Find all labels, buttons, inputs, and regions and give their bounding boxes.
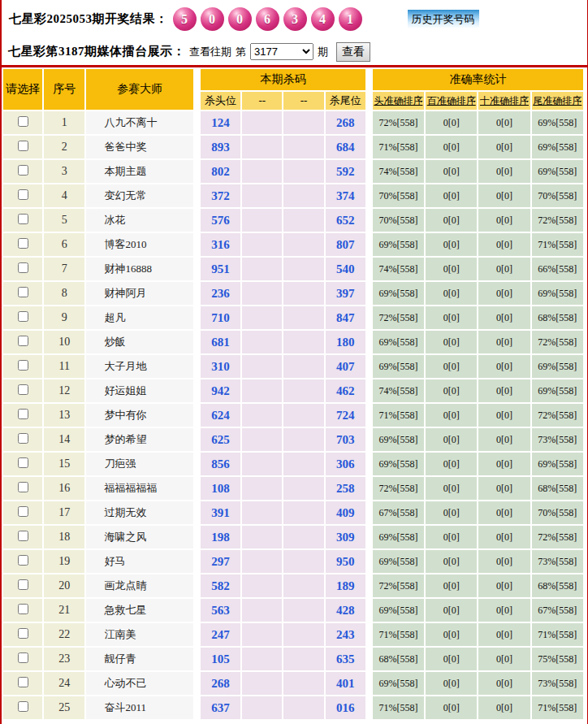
spacer-cell xyxy=(195,209,199,232)
period-select[interactable]: 3177 xyxy=(250,43,313,60)
kill-tail-value: 807 xyxy=(326,233,365,256)
view-button[interactable]: 查看 xyxy=(336,42,370,62)
row-checkbox[interactable] xyxy=(18,165,28,176)
kill-mid1-cell xyxy=(242,648,282,670)
row-checkbox[interactable] xyxy=(18,409,28,419)
kill-head-value: 124 xyxy=(201,111,240,134)
table-row: 8 财神阿月 236 397 69%[558] 0[0] 0[0] 69%[55… xyxy=(3,282,583,305)
row-checkbox[interactable] xyxy=(18,238,28,249)
kill-head-value: 310 xyxy=(201,355,240,378)
row-checkbox[interactable] xyxy=(18,336,28,346)
spacer-cell xyxy=(367,477,371,500)
spacer-cell xyxy=(195,574,199,597)
select-cell xyxy=(3,672,42,695)
hundred-accuracy-value: 0[0] xyxy=(426,184,477,207)
row-checkbox[interactable] xyxy=(18,579,28,590)
spacer-cell xyxy=(195,258,199,280)
sort-head-accuracy-link[interactable]: 头准确排序 xyxy=(374,95,422,106)
row-checkbox[interactable] xyxy=(18,506,28,517)
row-checkbox[interactable] xyxy=(18,214,28,224)
hundred-accuracy-value: 0[0] xyxy=(426,160,477,183)
row-index: 7 xyxy=(44,258,84,280)
tail-accuracy-value: 67%[558] xyxy=(532,599,583,622)
tail-accuracy-value: 72%[558] xyxy=(532,209,583,232)
lottery-balls: 5 0 0 6 3 4 1 xyxy=(173,7,362,31)
row-checkbox[interactable] xyxy=(18,116,28,127)
row-checkbox[interactable] xyxy=(18,360,28,371)
row-checkbox[interactable] xyxy=(18,141,28,151)
select-cell xyxy=(3,477,42,500)
master-name: 靓仔青 xyxy=(86,648,193,670)
spacer-cell xyxy=(367,428,371,451)
row-checkbox[interactable] xyxy=(18,628,28,639)
lottery-ball: 4 xyxy=(311,7,335,31)
row-checkbox[interactable] xyxy=(18,482,28,492)
row-checkbox[interactable] xyxy=(18,652,28,663)
tail-accuracy-value: 66%[558] xyxy=(532,258,583,280)
kill-mid1-cell xyxy=(242,306,282,329)
kill-mid2-cell xyxy=(283,428,323,451)
header-select: 请选择 xyxy=(3,69,42,110)
ten-accuracy-value: 0[0] xyxy=(478,184,530,207)
kill-mid2-cell xyxy=(283,233,323,256)
row-checkbox[interactable] xyxy=(18,701,28,712)
sort-tail-accuracy-link[interactable]: 尾准确排序 xyxy=(533,95,582,106)
row-checkbox[interactable] xyxy=(18,457,28,468)
tail-accuracy-value: 71%[558] xyxy=(532,623,583,646)
head-accuracy-value: 70%[558] xyxy=(373,184,424,207)
head-accuracy-value: 69%[558] xyxy=(373,355,424,378)
row-checkbox[interactable] xyxy=(18,433,28,444)
row-index: 19 xyxy=(44,550,84,573)
kill-head-value: 316 xyxy=(201,233,240,256)
row-checkbox[interactable] xyxy=(18,531,28,541)
hundred-accuracy-value: 0[0] xyxy=(426,574,477,597)
row-index: 16 xyxy=(44,477,84,500)
row-checkbox[interactable] xyxy=(18,189,28,200)
hundred-accuracy-value: 0[0] xyxy=(426,501,477,524)
kill-tail-value: 635 xyxy=(326,648,365,670)
row-checkbox[interactable] xyxy=(18,262,28,273)
table-row: 12 好运姐姐 942 462 74%[558] 0[0] 0[0] 69%[5… xyxy=(3,379,583,402)
row-checkbox[interactable] xyxy=(18,287,28,297)
row-checkbox[interactable] xyxy=(18,311,28,322)
table-row: 4 变幻无常 372 374 70%[558] 0[0] 0[0] 70%[55… xyxy=(3,184,583,207)
table-row: 3 本期主题 802 592 74%[558] 0[0] 0[0] 69%[55… xyxy=(3,160,583,183)
tail-accuracy-value: 69%[558] xyxy=(532,453,583,475)
kill-mid1-cell xyxy=(242,404,282,427)
spacer-cell xyxy=(367,355,371,378)
kill-mid2-cell xyxy=(283,160,323,183)
ten-accuracy-value: 0[0] xyxy=(478,258,530,280)
row-index: 5 xyxy=(44,209,84,232)
tail-accuracy-value: 73%[558] xyxy=(532,550,583,573)
spacer-cell xyxy=(195,282,199,305)
select-cell xyxy=(3,428,42,451)
select-cell xyxy=(3,306,42,329)
kill-mid2-cell xyxy=(283,136,323,158)
table-row: 24 心动不已 268 401 69%[558] 0[0] 0[0] 73%[5… xyxy=(3,672,583,695)
sort-ten-accuracy-link[interactable]: 十准确排序 xyxy=(480,95,529,106)
tail-accuracy-value: 71%[558] xyxy=(532,696,583,719)
kill-head-value: 576 xyxy=(201,209,240,232)
sort-hundred-accuracy-link[interactable]: 百准确排序 xyxy=(427,95,476,106)
kill-tail-value: 950 xyxy=(326,550,365,573)
lottery-ball: 0 xyxy=(201,7,224,31)
ten-accuracy-value: 0[0] xyxy=(478,428,530,451)
spacer-cell xyxy=(367,111,371,134)
row-checkbox[interactable] xyxy=(18,555,28,566)
row-checkbox[interactable] xyxy=(18,384,28,395)
row-checkbox[interactable] xyxy=(18,677,28,687)
spacer-cell xyxy=(195,453,199,475)
master-name: 梦的希望 xyxy=(86,428,193,451)
ten-accuracy-value: 0[0] xyxy=(478,136,530,158)
spacer-cell xyxy=(195,623,199,646)
head-accuracy-value: 69%[558] xyxy=(373,233,424,256)
tail-accuracy-value: 68%[558] xyxy=(532,574,583,597)
spacer-cell xyxy=(367,209,371,232)
row-checkbox[interactable] xyxy=(18,604,28,614)
spacer-cell xyxy=(195,404,199,427)
ten-accuracy-value: 0[0] xyxy=(478,648,530,670)
kill-mid2-cell xyxy=(283,453,323,475)
lottery-ball: 3 xyxy=(283,7,307,31)
history-numbers-link[interactable]: 历史开奖号码 xyxy=(408,10,479,28)
spacer-cell xyxy=(367,331,371,353)
